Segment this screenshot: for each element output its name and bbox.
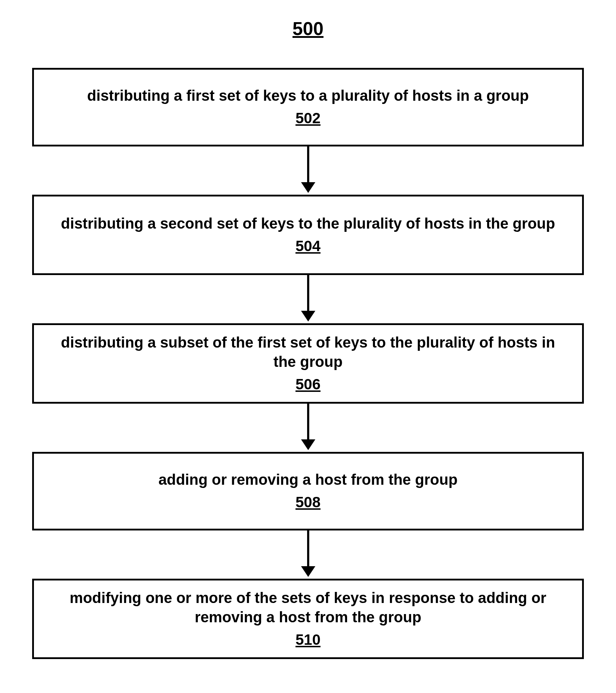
arrow-icon (301, 146, 315, 193)
step-text: distributing a second set of keys to the… (61, 214, 555, 234)
flow-step-510: modifying one or more of the sets of key… (32, 579, 584, 659)
step-number: 504 (295, 236, 320, 256)
step-text: distributing a first set of keys to a pl… (87, 86, 529, 106)
arrow-icon (301, 530, 315, 577)
flow-step-502: distributing a first set of keys to a pl… (32, 68, 584, 146)
step-number: 510 (295, 630, 320, 650)
step-text: adding or removing a host from the group (159, 470, 458, 490)
step-number: 508 (295, 493, 320, 512)
step-number: 502 (295, 109, 320, 128)
flow-step-506: distributing a subset of the first set o… (32, 323, 584, 404)
arrow-icon (301, 275, 315, 321)
step-text: modifying one or more of the sets of key… (48, 588, 568, 627)
diagram-title: 500 (0, 18, 616, 39)
flow-step-504: distributing a second set of keys to the… (32, 195, 584, 275)
step-text: distributing a subset of the first set o… (48, 333, 568, 372)
flow-step-508: adding or removing a host from the group… (32, 452, 584, 530)
arrow-icon (301, 404, 315, 450)
step-number: 506 (295, 375, 320, 394)
